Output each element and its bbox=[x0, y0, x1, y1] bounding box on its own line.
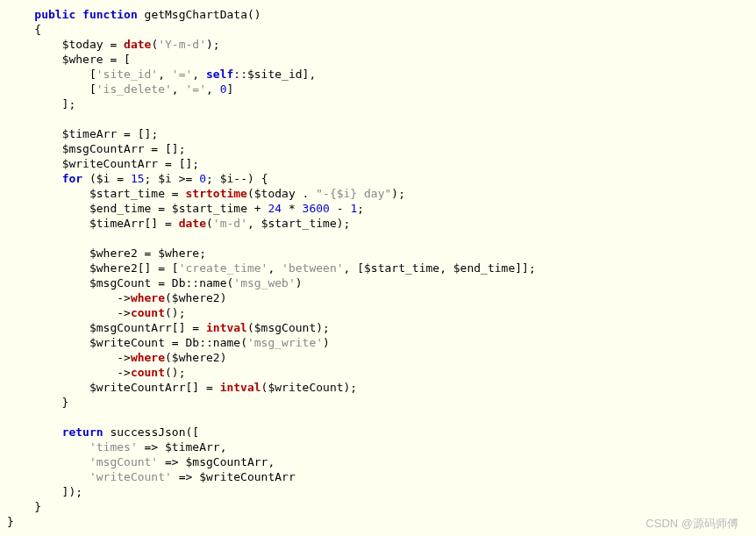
fn-strtotime: strtotime bbox=[186, 187, 247, 200]
kw-self: self bbox=[206, 68, 233, 81]
function-name: getMsgChartData bbox=[145, 8, 247, 21]
kw-return: return bbox=[62, 425, 103, 439]
fn-where2: where bbox=[131, 351, 165, 364]
keyword-public: public bbox=[34, 8, 75, 21]
str-eq2: '=' bbox=[186, 82, 206, 96]
fn-intval2: intval bbox=[220, 381, 261, 394]
kw-for: for bbox=[62, 172, 82, 185]
fn-date: date bbox=[124, 38, 151, 51]
fn-count2: count bbox=[131, 366, 165, 379]
var-timearr: $timeArr bbox=[62, 127, 118, 140]
var-msgcountarr: $msgCountArr bbox=[62, 142, 145, 155]
fn-intval1: intval bbox=[206, 321, 247, 334]
str-eq1: '=' bbox=[172, 68, 192, 81]
var-today: $today bbox=[62, 38, 103, 51]
num-zero: 0 bbox=[220, 82, 227, 96]
var-starttime: $start_time bbox=[89, 187, 165, 200]
str-ymd: 'Y-m-d' bbox=[158, 38, 206, 51]
fn-count1: count bbox=[131, 306, 165, 319]
watermark: CSDN @源码师傅 bbox=[645, 516, 738, 531]
var-where2: $where2 bbox=[89, 247, 138, 260]
var-where: $where bbox=[62, 53, 103, 66]
var-siteid: $site_id bbox=[247, 68, 303, 81]
str-day: "-{$i} day" bbox=[316, 187, 391, 200]
fn-date2: date bbox=[179, 217, 206, 230]
fn-successjson: successJson bbox=[110, 425, 185, 439]
var-writecountarr: $writeCountArr bbox=[62, 157, 159, 170]
code-block: public function getMsgChartData() { $tod… bbox=[7, 7, 749, 529]
var-msgcount: $msgCount bbox=[89, 276, 151, 289]
str-isdel: 'is_delete' bbox=[96, 82, 172, 96]
keyword-function: function bbox=[82, 8, 138, 21]
var-writecount: $writeCount bbox=[89, 336, 165, 349]
var-endtime: $end_time bbox=[89, 202, 151, 215]
str-siteid: 'site_id' bbox=[96, 68, 158, 81]
fn-where1: where bbox=[131, 291, 165, 304]
